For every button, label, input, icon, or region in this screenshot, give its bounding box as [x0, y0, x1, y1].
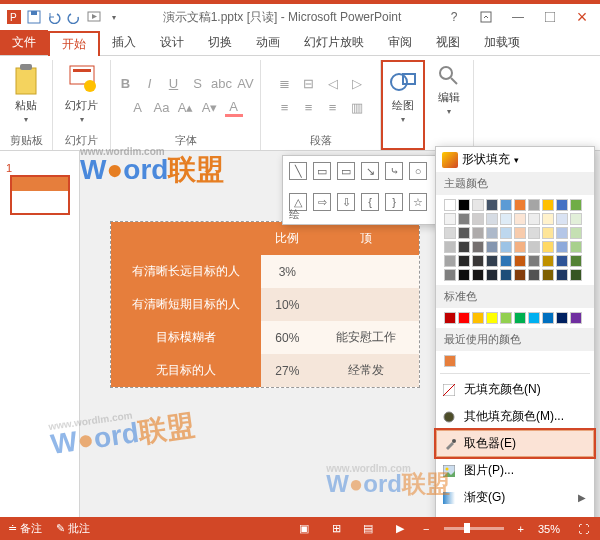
maximize-icon[interactable]	[538, 7, 562, 27]
shape-rect[interactable]: ▭	[313, 162, 331, 180]
minimize-icon[interactable]: —	[506, 7, 530, 27]
color-swatch[interactable]	[486, 312, 498, 324]
color-swatch[interactable]	[570, 199, 582, 211]
color-swatch[interactable]	[458, 227, 470, 239]
close-icon[interactable]: ×	[570, 7, 594, 27]
color-swatch[interactable]	[486, 227, 498, 239]
tab-review[interactable]: 审阅	[376, 30, 424, 55]
shape-brace[interactable]: {	[361, 193, 379, 211]
reading-view-button[interactable]: ▤	[359, 522, 377, 536]
indent-decrease-button[interactable]: ◁	[324, 75, 342, 93]
color-swatch[interactable]	[472, 312, 484, 324]
color-swatch[interactable]	[500, 269, 512, 281]
color-swatch[interactable]	[528, 255, 540, 267]
gradient-fill-menu-item[interactable]: 渐变(G) ▶	[436, 484, 594, 511]
tab-slideshow[interactable]: 幻灯片放映	[292, 30, 376, 55]
color-swatch[interactable]	[542, 269, 554, 281]
color-swatch[interactable]	[542, 255, 554, 267]
color-swatch[interactable]	[444, 355, 456, 367]
slideshow-view-button[interactable]: ▶	[391, 522, 409, 536]
color-swatch[interactable]	[444, 199, 456, 211]
font-color-button[interactable]: A	[225, 99, 243, 117]
color-swatch[interactable]	[542, 312, 554, 324]
comments-button[interactable]: ✎ 批注	[56, 521, 90, 536]
spacing-button[interactable]: AV	[237, 75, 255, 93]
table-object[interactable]: 比例 顶 有清晰长远目标的人 3% 有清晰短期目标的人 10% 目标模糊者 60…	[110, 221, 420, 388]
underline-button[interactable]: U	[165, 75, 183, 93]
shape-fill-header-button[interactable]: 形状填充 ▾	[435, 146, 595, 173]
color-swatch[interactable]	[514, 241, 526, 253]
color-swatch[interactable]	[500, 213, 512, 225]
color-swatch[interactable]	[570, 241, 582, 253]
clear-format-button[interactable]: A	[129, 99, 147, 117]
color-swatch[interactable]	[528, 213, 540, 225]
color-swatch[interactable]	[514, 227, 526, 239]
more-colors-menu-item[interactable]: 其他填充颜色(M)...	[436, 403, 594, 430]
color-swatch[interactable]	[458, 312, 470, 324]
color-swatch[interactable]	[444, 227, 456, 239]
fit-window-button[interactable]: ⛶	[574, 522, 592, 536]
color-swatch[interactable]	[570, 213, 582, 225]
sorter-view-button[interactable]: ⊞	[327, 522, 345, 536]
tab-design[interactable]: 设计	[148, 30, 196, 55]
ribbon-options-icon[interactable]	[474, 7, 498, 27]
color-swatch[interactable]	[458, 241, 470, 253]
color-swatch[interactable]	[500, 255, 512, 267]
shape-brace2[interactable]: }	[385, 193, 403, 211]
color-swatch[interactable]	[556, 255, 568, 267]
color-swatch[interactable]	[444, 312, 456, 324]
color-swatch[interactable]	[542, 227, 554, 239]
zoom-level[interactable]: 35%	[538, 523, 560, 535]
color-swatch[interactable]	[514, 269, 526, 281]
redo-icon[interactable]	[66, 9, 82, 25]
color-swatch[interactable]	[486, 213, 498, 225]
color-swatch[interactable]	[458, 199, 470, 211]
align-center-button[interactable]: ≡	[300, 99, 318, 117]
shape-line[interactable]: ╲	[289, 162, 307, 180]
color-swatch[interactable]	[486, 255, 498, 267]
save-icon[interactable]	[26, 9, 42, 25]
align-left-button[interactable]: ≡	[276, 99, 294, 117]
color-swatch[interactable]	[514, 255, 526, 267]
qat-dropdown-icon[interactable]: ▾	[106, 9, 122, 25]
color-swatch[interactable]	[444, 241, 456, 253]
color-swatch[interactable]	[570, 255, 582, 267]
undo-icon[interactable]	[46, 9, 62, 25]
slide-thumbnail-1[interactable]	[10, 175, 70, 215]
shrink-font-button[interactable]: A▾	[201, 99, 219, 117]
columns-button[interactable]: ▥	[348, 99, 366, 117]
color-swatch[interactable]	[500, 199, 512, 211]
color-swatch[interactable]	[500, 241, 512, 253]
eyedropper-menu-item[interactable]: 取色器(E)	[436, 430, 594, 457]
color-swatch[interactable]	[556, 269, 568, 281]
shape-arrow-right[interactable]: ⇨	[313, 193, 331, 211]
tab-file[interactable]: 文件	[0, 30, 48, 55]
drawing-button[interactable]: 绘图 ▾	[385, 64, 421, 128]
color-swatch[interactable]	[472, 241, 484, 253]
tab-insert[interactable]: 插入	[100, 30, 148, 55]
color-swatch[interactable]	[472, 269, 484, 281]
bold-button[interactable]: B	[117, 75, 135, 93]
color-swatch[interactable]	[556, 199, 568, 211]
color-swatch[interactable]	[514, 213, 526, 225]
tab-transitions[interactable]: 切换	[196, 30, 244, 55]
start-slideshow-icon[interactable]	[86, 9, 102, 25]
color-swatch[interactable]	[528, 269, 540, 281]
color-swatch[interactable]	[556, 213, 568, 225]
zoom-in-button[interactable]: +	[518, 523, 524, 535]
bullets-button[interactable]: ≣	[276, 75, 294, 93]
color-swatch[interactable]	[514, 199, 526, 211]
color-swatch[interactable]	[500, 227, 512, 239]
shape-ellipse[interactable]: ○	[409, 162, 427, 180]
color-swatch[interactable]	[528, 241, 540, 253]
shape-arrow-down[interactable]: ⇩	[337, 193, 355, 211]
color-swatch[interactable]	[444, 255, 456, 267]
color-swatch[interactable]	[486, 241, 498, 253]
align-right-button[interactable]: ≡	[324, 99, 342, 117]
tab-view[interactable]: 视图	[424, 30, 472, 55]
color-swatch[interactable]	[472, 227, 484, 239]
tab-animations[interactable]: 动画	[244, 30, 292, 55]
color-swatch[interactable]	[556, 227, 568, 239]
paste-button[interactable]: 粘贴 ▾	[8, 60, 44, 128]
color-swatch[interactable]	[458, 255, 470, 267]
